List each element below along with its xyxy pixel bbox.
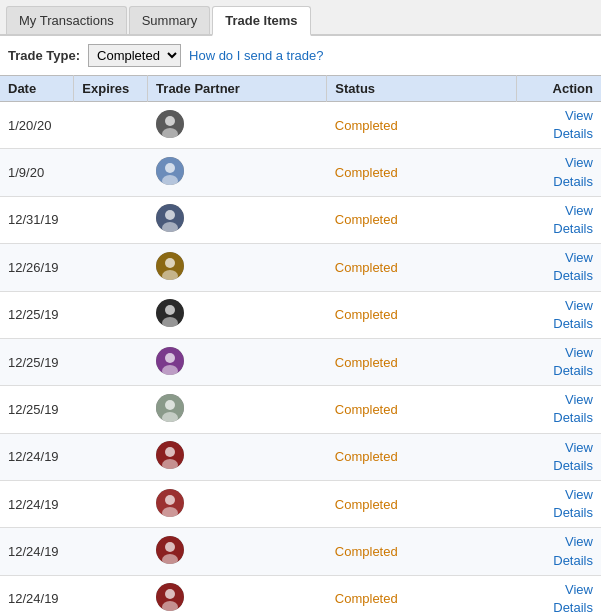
cell-date: 1/9/20 xyxy=(0,149,74,196)
table-row: 12/24/19CompletedViewDetails xyxy=(0,528,601,575)
avatar xyxy=(156,583,184,611)
cell-status: Completed xyxy=(327,244,517,291)
cell-partner xyxy=(148,386,327,433)
avatar xyxy=(156,252,184,280)
view-details-link[interactable]: ViewDetails xyxy=(525,533,593,569)
col-header-expires: Expires xyxy=(74,76,148,102)
status-badge: Completed xyxy=(335,260,398,275)
cell-action: ViewDetails xyxy=(517,575,601,613)
tab-bar: My Transactions Summary Trade Items xyxy=(0,0,601,36)
status-badge: Completed xyxy=(335,544,398,559)
cell-partner xyxy=(148,575,327,613)
cell-date: 12/25/19 xyxy=(0,291,74,338)
cell-partner xyxy=(148,149,327,196)
cell-date: 12/25/19 xyxy=(0,338,74,385)
cell-date: 1/20/20 xyxy=(0,102,74,149)
cell-partner xyxy=(148,433,327,480)
cell-partner xyxy=(148,528,327,575)
svg-point-4 xyxy=(165,163,175,173)
tab-trade-items[interactable]: Trade Items xyxy=(212,6,310,36)
trades-table: Date Expires Trade Partner Status Action… xyxy=(0,75,601,613)
cell-status: Completed xyxy=(327,575,517,613)
avatar xyxy=(156,441,184,469)
cell-action: ViewDetails xyxy=(517,244,601,291)
cell-action: ViewDetails xyxy=(517,386,601,433)
view-details-link[interactable]: ViewDetails xyxy=(525,344,593,380)
cell-expires xyxy=(74,196,148,243)
view-details-link[interactable]: ViewDetails xyxy=(525,439,593,475)
view-details-link[interactable]: ViewDetails xyxy=(525,391,593,427)
table-row: 12/24/19CompletedViewDetails xyxy=(0,433,601,480)
view-details-link[interactable]: ViewDetails xyxy=(525,486,593,522)
cell-partner xyxy=(148,481,327,528)
cell-status: Completed xyxy=(327,149,517,196)
col-header-status: Status xyxy=(327,76,517,102)
cell-status: Completed xyxy=(327,433,517,480)
cell-status: Completed xyxy=(327,386,517,433)
table-row: 12/25/19CompletedViewDetails xyxy=(0,386,601,433)
cell-action: ViewDetails xyxy=(517,338,601,385)
cell-expires xyxy=(74,386,148,433)
cell-expires xyxy=(74,575,148,613)
cell-expires xyxy=(74,338,148,385)
cell-partner xyxy=(148,102,327,149)
avatar xyxy=(156,204,184,232)
avatar xyxy=(156,347,184,375)
svg-point-19 xyxy=(165,400,175,410)
cell-expires xyxy=(74,528,148,575)
filter-bar: Trade Type: Completed Pending Active All… xyxy=(0,36,601,75)
table-row: 12/25/19CompletedViewDetails xyxy=(0,338,601,385)
cell-expires xyxy=(74,433,148,480)
cell-status: Completed xyxy=(327,102,517,149)
cell-action: ViewDetails xyxy=(517,433,601,480)
svg-point-13 xyxy=(165,305,175,315)
status-badge: Completed xyxy=(335,307,398,322)
view-details-link[interactable]: ViewDetails xyxy=(525,202,593,238)
view-details-link[interactable]: ViewDetails xyxy=(525,154,593,190)
cell-expires xyxy=(74,481,148,528)
avatar xyxy=(156,536,184,564)
cell-partner xyxy=(148,244,327,291)
cell-expires xyxy=(74,291,148,338)
table-header-row: Date Expires Trade Partner Status Action xyxy=(0,76,601,102)
svg-point-22 xyxy=(165,447,175,457)
svg-point-31 xyxy=(165,589,175,599)
col-header-date: Date xyxy=(0,76,74,102)
svg-point-28 xyxy=(165,542,175,552)
cell-date: 12/24/19 xyxy=(0,575,74,613)
status-badge: Completed xyxy=(335,497,398,512)
table-row: 12/24/19CompletedViewDetails xyxy=(0,575,601,613)
avatar xyxy=(156,299,184,327)
avatar xyxy=(156,110,184,138)
status-badge: Completed xyxy=(335,165,398,180)
how-to-send-link[interactable]: How do I send a trade? xyxy=(189,48,323,63)
view-details-link[interactable]: ViewDetails xyxy=(525,297,593,333)
cell-status: Completed xyxy=(327,481,517,528)
table-row: 12/31/19CompletedViewDetails xyxy=(0,196,601,243)
svg-point-16 xyxy=(165,353,175,363)
avatar xyxy=(156,394,184,422)
cell-action: ViewDetails xyxy=(517,102,601,149)
table-row: 12/25/19CompletedViewDetails xyxy=(0,291,601,338)
table-row: 1/20/20CompletedViewDetails xyxy=(0,102,601,149)
cell-action: ViewDetails xyxy=(517,149,601,196)
cell-date: 12/24/19 xyxy=(0,433,74,480)
trade-type-select[interactable]: Completed Pending Active All xyxy=(88,44,181,67)
view-details-link[interactable]: ViewDetails xyxy=(525,249,593,285)
cell-date: 12/31/19 xyxy=(0,196,74,243)
view-details-link[interactable]: ViewDetails xyxy=(525,107,593,143)
view-details-link[interactable]: ViewDetails xyxy=(525,581,593,613)
status-badge: Completed xyxy=(335,355,398,370)
cell-status: Completed xyxy=(327,338,517,385)
cell-date: 12/24/19 xyxy=(0,481,74,528)
tab-my-transactions[interactable]: My Transactions xyxy=(6,6,127,34)
cell-partner xyxy=(148,196,327,243)
cell-action: ViewDetails xyxy=(517,291,601,338)
cell-status: Completed xyxy=(327,196,517,243)
cell-status: Completed xyxy=(327,291,517,338)
tab-summary[interactable]: Summary xyxy=(129,6,211,34)
cell-date: 12/24/19 xyxy=(0,528,74,575)
cell-expires xyxy=(74,102,148,149)
svg-point-25 xyxy=(165,495,175,505)
svg-point-10 xyxy=(165,258,175,268)
